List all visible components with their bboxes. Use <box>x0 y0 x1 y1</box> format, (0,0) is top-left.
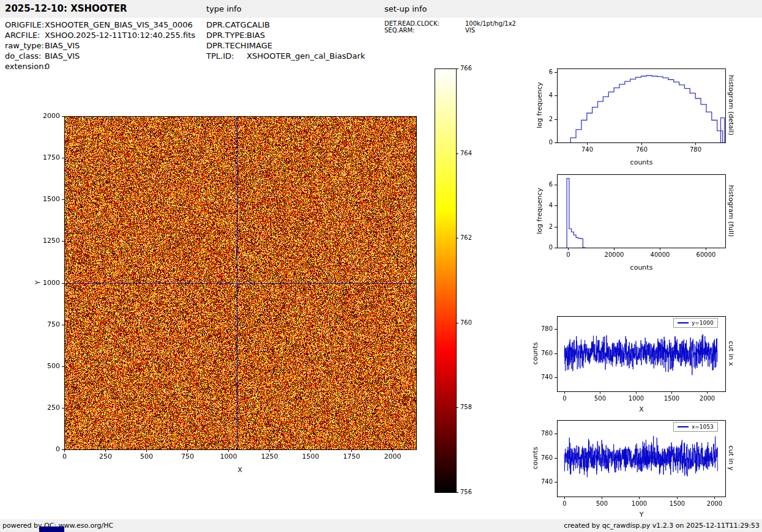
footer-accent-bar <box>39 526 64 532</box>
meta-key: ORIGFILE: <box>5 20 45 29</box>
meta-key: raw_type: <box>5 41 45 50</box>
file-metadata-left: ORIGFILE: XSHOOTER_GEN_BIAS_VIS_345_0006… <box>5 20 195 72</box>
meta-key: TPL.ID: <box>206 51 247 61</box>
meta-row-read-clock: DET.READ.CLOCK: 100k/1pt/hg/1x2 <box>384 20 516 27</box>
meta-row-extension: extension: 0 <box>5 61 195 72</box>
meta-row-raw-type: raw_type: BIAS_VIS <box>5 40 195 51</box>
meta-row-arcfile: ARCFILE: XSHOO.2025-12-11T10:12:40.255.f… <box>5 30 195 40</box>
cut-x-xaxis-label: X <box>639 405 644 413</box>
cut-y-side-label: cut in y <box>727 446 735 471</box>
bias-xaxis-label: X <box>237 466 242 474</box>
meta-value: 100k/1pt/hg/1x2 <box>465 20 516 27</box>
legend-line-sample <box>678 426 689 427</box>
page-title: 2025-12-10: XSHOOTER <box>5 3 127 14</box>
hist-detail-side-label: histogram (detail) <box>727 75 735 136</box>
cut-y-legend: x=1053 <box>673 422 718 432</box>
header-bar: 2025-12-10: XSHOOTER type info set-up in… <box>0 0 762 18</box>
meta-value: BIAS_VIS <box>45 41 80 50</box>
setup-info-heading: set-up info <box>384 4 427 13</box>
meta-value: BIAS <box>247 31 265 40</box>
meta-key: ARCFILE: <box>5 31 45 40</box>
cut-x-legend: y=1000 <box>673 318 718 328</box>
cut-x-side-label: cut in x <box>727 341 735 366</box>
meta-key: SEQ.ARM: <box>384 27 465 34</box>
qc-rawdisp-page: 2025-12-10: XSHOOTER type info set-up in… <box>0 0 762 532</box>
meta-row-tpl-id: TPL.ID: XSHOOTER_gen_cal_BiasDark <box>206 51 365 61</box>
meta-row-dpr-catg: DPR.CATG: CALIB <box>206 20 365 30</box>
bias-image-plot <box>34 104 431 471</box>
meta-row-seq-arm: SEQ.ARM: VIS <box>384 27 516 34</box>
hist-full-side-label: histogram (full) <box>727 185 735 237</box>
cut-y-legend-label: x=1053 <box>692 424 714 430</box>
meta-key: DPR.TECH: <box>206 41 247 50</box>
hist-detail-xaxis-label: counts <box>630 158 653 166</box>
meta-row-dpr-tech: DPR.TECH: IMAGE <box>206 40 365 51</box>
meta-key: DPR.TYPE: <box>206 31 247 40</box>
colorbar <box>431 64 484 498</box>
meta-value: CALIB <box>247 20 270 29</box>
meta-key: DPR.CATG: <box>206 20 247 29</box>
meta-key: DET.READ.CLOCK: <box>384 20 465 27</box>
meta-row-do-class: do_class: BIAS_VIS <box>5 51 195 61</box>
meta-value: XSHOOTER_gen_cal_BiasDark <box>247 51 365 61</box>
meta-row-dpr-type: DPR.TYPE: BIAS <box>206 30 365 40</box>
meta-row-origfile: ORIGFILE: XSHOOTER_GEN_BIAS_VIS_345_0006 <box>5 20 195 30</box>
meta-key: extension: <box>5 62 45 71</box>
bias-yaxis-label: Y <box>34 281 42 285</box>
legend-line-sample <box>678 322 689 323</box>
footer-created-by: created by qc_rawdisp.py v1.2.3 on 2025-… <box>564 522 760 530</box>
type-info-heading: type info <box>206 4 242 13</box>
meta-value: BIAS_VIS <box>45 51 80 61</box>
meta-key: do_class: <box>5 51 45 61</box>
meta-value: VIS <box>465 27 475 34</box>
meta-value: XSHOO.2025-12-11T10:12:40.255.fits <box>45 31 195 40</box>
setup-info-metadata: DET.READ.CLOCK: 100k/1pt/hg/1x2 SEQ.ARM:… <box>384 20 516 34</box>
cut-y-xaxis-label: Y <box>640 511 644 519</box>
type-info-metadata: DPR.CATG: CALIB DPR.TYPE: BIAS DPR.TECH:… <box>206 20 365 61</box>
hist-detail-yaxis-label: log frequency <box>536 82 543 128</box>
cut-y-yaxis-label: counts <box>531 447 539 470</box>
hist-full-yaxis-label: log frequency <box>536 188 543 234</box>
meta-value: XSHOOTER_GEN_BIAS_VIS_345_0006 <box>45 20 193 29</box>
cut-x-legend-label: y=1000 <box>692 320 714 326</box>
cut-x-yaxis-label: counts <box>531 342 539 365</box>
meta-value: IMAGE <box>247 41 272 50</box>
meta-value: 0 <box>45 62 50 71</box>
hist-full-xaxis-label: counts <box>630 264 653 272</box>
